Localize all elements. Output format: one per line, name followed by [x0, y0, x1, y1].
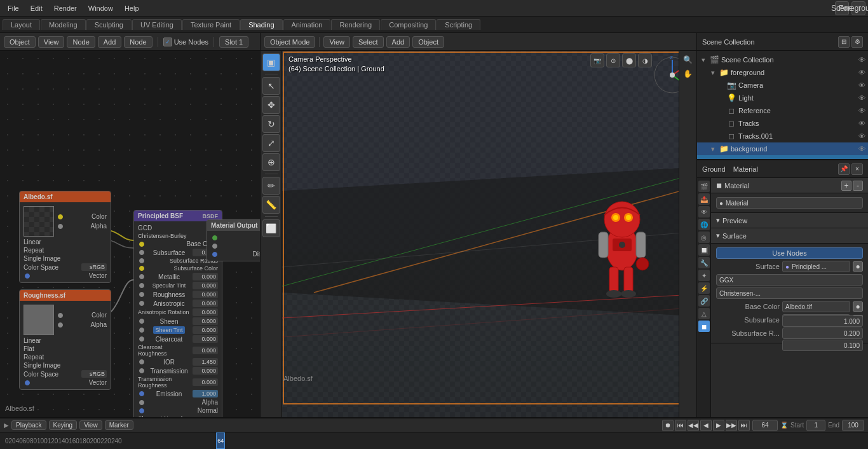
fg-visibility-eye[interactable]: 👁 [858, 69, 865, 76]
reference-visibility-eye[interactable]: 👁 [858, 107, 865, 114]
viewport-3d[interactable]: Camera Perspective (64) Scene Collection… [282, 51, 696, 417]
viewport-add-btn[interactable]: Add [386, 36, 410, 48]
node-object-btn[interactable]: Object [4, 36, 36, 48]
props-tab-constraints[interactable]: 🔗 [698, 295, 710, 307]
use-nodes-toggle[interactable]: Use Nodes [163, 38, 208, 46]
props-tab-particles[interactable]: ✦ [698, 270, 710, 281]
base-color-field[interactable]: Albedo.tif [782, 301, 850, 312]
outliner-filter-btn[interactable]: ⊟ [838, 36, 850, 48]
use-nodes-btn[interactable]: Use Nodes [716, 247, 863, 259]
node-view-btn[interactable]: View [38, 36, 65, 48]
material-add-btn[interactable]: + [841, 181, 851, 191]
tab-modeling[interactable]: Modeling [41, 19, 86, 30]
viewport-select-btn[interactable]: Select [353, 36, 384, 48]
distribution-field[interactable]: GGX [716, 274, 863, 286]
end-frame[interactable]: 100 [842, 420, 864, 431]
props-tab-modifier[interactable]: 🔧 [698, 257, 710, 268]
base-color-dot-btn[interactable]: ● [853, 301, 863, 312]
tab-sculpting[interactable]: Sculpting [86, 19, 132, 30]
props-tab-physics[interactable]: ⚡ [698, 282, 710, 294]
props-tab-object[interactable]: 🔲 [698, 244, 710, 256]
tab-animation[interactable]: Animation [283, 19, 331, 30]
ground-visibility-eye[interactable]: 👁 [858, 158, 865, 159]
tree-item-background[interactable]: ▾ 📁 background 👁 [697, 142, 868, 155]
viewport-overlay-btn[interactable]: ⬤ [622, 53, 636, 67]
viewport-camera-btn[interactable]: 📷 [590, 53, 604, 67]
timeline-area[interactable]: 0 20 40 60 80 100 120 140 160 180 200 22… [0, 432, 868, 449]
current-frame-marker[interactable]: 64 [216, 432, 225, 449]
viewport-object-btn[interactable]: Object [412, 36, 444, 48]
tree-item-scene-collection[interactable]: ▾ 🎬 Scene Collection 👁 [697, 53, 868, 66]
props-tab-data[interactable]: △ [698, 308, 710, 319]
tab-texture-paint[interactable]: Texture Paint [182, 19, 240, 30]
material-output-node[interactable]: Material Output Surface Volume Displacem… [207, 219, 260, 261]
tree-item-tracks001[interactable]: ◻ Tracks.001 👁 [697, 130, 868, 142]
background-visibility-eye[interactable]: 👁 [858, 145, 865, 153]
use-nodes-checkbox[interactable] [163, 38, 172, 46]
tool-scale[interactable]: ⤢ [262, 134, 280, 152]
menu-render[interactable]: Render [49, 3, 82, 13]
props-tab-render[interactable]: 🎬 [698, 181, 710, 192]
tree-item-foreground[interactable]: ▾ 📁 foreground 👁 [697, 66, 868, 79]
tracks-visibility-eye[interactable]: 👁 [858, 120, 865, 127]
tool-transform[interactable]: ⊕ [262, 153, 280, 171]
node-node-btn[interactable]: Node [67, 36, 95, 48]
tracks001-visibility-eye[interactable]: 👁 [858, 132, 865, 140]
tree-item-light[interactable]: 💡 Light 👁 [697, 92, 868, 104]
tool-measure[interactable]: 📏 [262, 196, 280, 214]
tab-scripting[interactable]: Scripting [437, 19, 480, 30]
tab-rendering[interactable]: Rendering [331, 19, 380, 30]
tool-add-cube[interactable]: ⬜ [262, 219, 280, 237]
albedo-node[interactable]: Albedo.sf Color Alpha [19, 191, 111, 283]
subsurface-r-val3[interactable]: 0.100 [782, 340, 863, 351]
current-frame-display[interactable]: 64 [752, 420, 778, 431]
subsurface-r-val2[interactable]: 0.200 [782, 328, 863, 339]
menu-edit[interactable]: Edit [25, 3, 48, 13]
tree-item-camera[interactable]: 📷 Camera 👁 [697, 79, 868, 92]
tool-select-box[interactable]: ▣ [262, 53, 280, 71]
props-pin-btn[interactable]: 📌 [838, 163, 850, 175]
playback-menu[interactable]: Playback [11, 420, 46, 430]
menu-help[interactable]: Help [119, 3, 144, 13]
slot-selector[interactable]: Slot 1 [219, 36, 248, 48]
node-canvas[interactable]: Albedo.sf Color Alpha [0, 51, 260, 417]
node-node2-btn[interactable]: Node [124, 36, 152, 48]
light-visibility-eye[interactable]: 👁 [858, 94, 865, 102]
jump-end-btn[interactable]: ⏭ [738, 420, 750, 431]
node-add-btn[interactable]: Add [98, 36, 122, 48]
camera-visibility-eye[interactable]: 👁 [858, 81, 865, 89]
marker-menu[interactable]: Marker [105, 420, 133, 430]
tool-move[interactable]: ✥ [262, 96, 280, 114]
next-btn[interactable]: ▶▶ [726, 420, 737, 431]
props-tab-material[interactable]: ◼ [698, 321, 710, 332]
prev-frame-btn[interactable]: ◀◀ [688, 420, 699, 431]
props-tab-view[interactable]: 👁 [698, 206, 710, 218]
viewport-view-btn[interactable]: View [323, 36, 350, 48]
jump-start-btn[interactable]: ⏮ [675, 420, 686, 431]
christensen-field[interactable]: Christensen-... [716, 287, 863, 299]
viewport-shading-btn[interactable]: ◑ [638, 53, 652, 67]
tab-layout[interactable]: Layout [3, 19, 40, 30]
viewport-mode-selector[interactable]: Object Mode [264, 36, 315, 48]
menu-file[interactable]: File [3, 3, 24, 13]
viewport-gizmo-btn[interactable]: ⊙ [606, 53, 620, 67]
play-pause-btn[interactable]: ▶ [713, 420, 724, 431]
tool-annotate[interactable]: ✏ [262, 177, 280, 195]
material-remove-btn[interactable]: - [853, 181, 863, 191]
tool-cursor[interactable]: ↖ [262, 77, 280, 95]
tab-uv-editing[interactable]: UV Editing [132, 19, 182, 30]
tab-compositing[interactable]: Compositing [381, 19, 436, 30]
tree-item-reference[interactable]: ◻ Reference 👁 [697, 104, 868, 117]
start-frame[interactable]: 1 [806, 420, 825, 431]
props-tab-scene[interactable]: 🌐 [698, 219, 710, 230]
prev-btn[interactable]: ◀ [700, 420, 712, 431]
play-btn[interactable]: ⏺ [662, 420, 674, 431]
tab-shading[interactable]: Shading [240, 19, 282, 30]
viewport-nav-zoom[interactable]: 🔍 [682, 53, 695, 66]
tree-item-ground[interactable]: ◻ Ground ▶ 👁 [697, 155, 868, 159]
roughness-node[interactable]: Roughness.sf Color Alpha [19, 289, 111, 390]
view-menu[interactable]: View [79, 420, 102, 430]
surface-type-dot-btn[interactable]: ● [853, 261, 863, 272]
viewport-nav-pan[interactable]: ✋ [682, 67, 695, 80]
tool-rotate[interactable]: ↻ [262, 115, 280, 133]
